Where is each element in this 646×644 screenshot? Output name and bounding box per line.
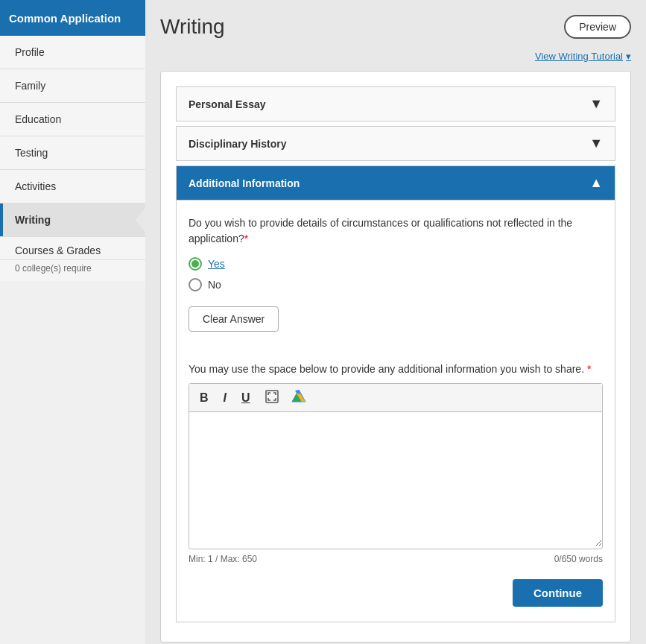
no-label: No: [208, 279, 221, 291]
accordion-header-personal-essay[interactable]: Personal Essay ▼: [177, 87, 615, 121]
additional-info-textarea[interactable]: [189, 412, 602, 546]
yes-radio-option[interactable]: Yes: [189, 257, 603, 271]
sidebar-item-writing[interactable]: Writing: [0, 203, 145, 237]
expand-button[interactable]: [262, 388, 282, 407]
arrow-down-icon-2: ▼: [589, 136, 603, 151]
sidebar-title: Common Application: [9, 12, 121, 25]
clear-answer-button[interactable]: Clear Answer: [189, 306, 279, 332]
continue-button[interactable]: Continue: [513, 579, 603, 607]
editor-toolbar: B I U: [189, 384, 602, 412]
no-radio-option[interactable]: No: [189, 278, 603, 291]
question-text: Do you wish to provide details of circum…: [189, 215, 603, 247]
top-bar: Writing Preview: [160, 15, 631, 39]
no-radio-button[interactable]: [189, 278, 202, 291]
underline-button[interactable]: U: [238, 390, 253, 406]
sidebar-item-education[interactable]: Education: [0, 103, 145, 136]
chevron-down-icon: ▾: [626, 51, 631, 62]
tutorial-link[interactable]: View Writing Tutorial ▾: [160, 51, 631, 62]
sidebar-item-courses-grades[interactable]: Courses & Grades: [0, 237, 145, 260]
sidebar-item-courses-sub: 0 college(s) require: [0, 260, 145, 281]
bold-button[interactable]: B: [197, 390, 212, 406]
content-card: Personal Essay ▼ Disciplinary History ▼ …: [160, 71, 631, 643]
arrow-up-icon: ▲: [589, 175, 603, 191]
arrow-down-icon: ▼: [589, 96, 603, 112]
editor-container: B I U: [189, 383, 603, 549]
required-star: *: [244, 233, 248, 244]
continue-row: Continue: [189, 579, 603, 607]
accordion-header-additional-info[interactable]: Additional Information ▲: [177, 166, 615, 200]
accordion-additional-information: Additional Information ▲ Do you wish to …: [176, 165, 615, 622]
accordion-personal-essay: Personal Essay ▼: [176, 86, 615, 121]
accordion-disciplinary-history: Disciplinary History ▼: [176, 126, 615, 161]
word-count-current: 0/650 words: [554, 554, 603, 564]
page-title: Writing: [160, 15, 225, 39]
sidebar-item-family[interactable]: Family: [0, 69, 145, 103]
accordion-body-additional-info: Do you wish to provide details of circum…: [177, 200, 615, 622]
google-drive-icon[interactable]: [291, 388, 307, 407]
yes-label: Yes: [208, 258, 225, 270]
italic-button[interactable]: I: [221, 390, 229, 406]
accordion-header-disciplinary-history[interactable]: Disciplinary History ▼: [177, 127, 615, 160]
sidebar: Common Application Profile Family Educat…: [0, 0, 145, 644]
textarea-required-star: *: [587, 363, 591, 375]
word-count-min-max: Min: 1 / Max: 650: [189, 554, 257, 564]
sidebar-item-testing[interactable]: Testing: [0, 136, 145, 170]
sidebar-header: Common Application: [0, 0, 145, 36]
sidebar-item-activities[interactable]: Activities: [0, 170, 145, 203]
main-content: Writing Preview View Writing Tutorial ▾ …: [145, 0, 646, 644]
preview-button[interactable]: Preview: [564, 15, 631, 39]
sidebar-item-profile[interactable]: Profile: [0, 36, 145, 69]
textarea-label: You may use the space below to provide a…: [189, 362, 603, 377]
word-count-row: Min: 1 / Max: 650 0/650 words: [189, 554, 603, 564]
yes-radio-button[interactable]: [189, 257, 202, 271]
